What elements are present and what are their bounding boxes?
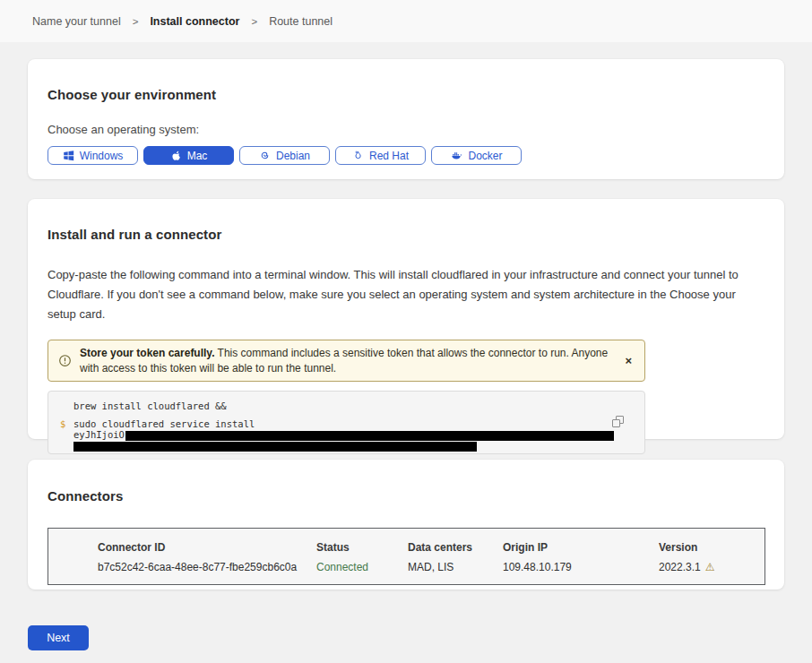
copy-icon[interactable] — [612, 416, 625, 428]
debian-icon — [259, 150, 271, 161]
os-button-label: Windows — [80, 150, 124, 162]
close-icon[interactable]: × — [625, 355, 632, 366]
apple-icon — [170, 150, 182, 161]
os-button-mac[interactable]: Mac — [143, 146, 234, 165]
cell-version: 2022.3.1 ⚠ — [659, 561, 764, 573]
cell-connector-id: b7c52c42-6caa-48ee-8c77-fbe259cb6c0a — [98, 561, 316, 573]
redhat-icon — [352, 150, 364, 161]
redacted-token-bar — [73, 442, 477, 452]
breadcrumb-bar: Name your tunnel > Install connector > R… — [0, 0, 812, 42]
col-header-version: Version — [659, 541, 764, 554]
cell-origin-ip: 109.48.10.179 — [503, 561, 659, 573]
col-header-connector-id: Connector ID — [98, 541, 316, 554]
col-header-status: Status — [316, 541, 408, 554]
breadcrumb-step-route-tunnel[interactable]: Route tunnel — [269, 15, 333, 28]
card-title: Choose your environment — [48, 59, 764, 102]
os-button-label: Red Hat — [369, 150, 409, 162]
install-connector-card: Install and run a connector Copy-paste t… — [28, 199, 784, 439]
os-select-label: Choose an operating system: — [48, 123, 764, 136]
version-warning-icon[interactable]: ⚠ — [705, 562, 715, 573]
docker-icon — [450, 150, 462, 161]
windows-icon — [63, 150, 74, 161]
breadcrumb: Name your tunnel > Install connector > R… — [32, 15, 333, 28]
install-command-codeblock: brew install cloudflared && $ sudo cloud… — [48, 391, 645, 454]
card-title: Connectors — [48, 460, 764, 504]
code-line-token: eyJhIjoiO — [73, 429, 644, 440]
redacted-token-bar — [125, 431, 614, 441]
cell-status: Connected — [316, 561, 408, 573]
col-header-origin-ip: Origin IP — [503, 541, 659, 554]
choose-environment-card: Choose your environment Choose an operat… — [28, 59, 784, 179]
next-button[interactable]: Next — [28, 625, 89, 650]
alert-info-icon — [58, 354, 72, 367]
card-title: Install and run a connector — [48, 199, 764, 242]
alert-title: Store your token carefully. — [80, 347, 215, 359]
shell-prompt: $ — [60, 418, 65, 429]
col-header-data-centers: Data centers — [408, 541, 503, 554]
install-description: Copy-paste the following command into a … — [48, 265, 764, 324]
cell-data-centers: MAD, LIS — [408, 561, 503, 573]
breadcrumb-separator: > — [133, 16, 139, 27]
os-button-redhat[interactable]: Red Hat — [335, 146, 426, 165]
os-button-label: Mac — [187, 150, 208, 162]
breadcrumb-step-install-connector[interactable]: Install connector — [150, 15, 239, 28]
alert-message: Store your token carefully. This command… — [80, 346, 612, 375]
connectors-card: Connectors Connector ID Status Data cent… — [28, 460, 784, 590]
breadcrumb-separator: > — [251, 16, 257, 27]
code-line-2: sudo cloudflared service install — [73, 418, 644, 429]
code-line-1: brew install cloudflared && — [73, 400, 644, 411]
code-line-token-2 — [73, 440, 644, 451]
os-button-label: Docker — [468, 150, 502, 162]
connectors-table: Connector ID Status Data centers Origin … — [48, 528, 765, 585]
os-button-debian[interactable]: Debian — [239, 146, 330, 165]
table-row: b7c52c42-6caa-48ee-8c77-fbe259cb6c0a Con… — [98, 561, 764, 573]
os-button-docker[interactable]: Docker — [431, 146, 522, 165]
os-button-label: Debian — [276, 150, 310, 162]
table-header-row: Connector ID Status Data centers Origin … — [98, 541, 764, 554]
breadcrumb-step-name-your-tunnel[interactable]: Name your tunnel — [32, 15, 121, 28]
token-warning-alert: Store your token carefully. This command… — [48, 340, 645, 382]
os-button-group: Windows Mac Debian — [48, 146, 764, 165]
os-button-windows[interactable]: Windows — [48, 146, 138, 165]
